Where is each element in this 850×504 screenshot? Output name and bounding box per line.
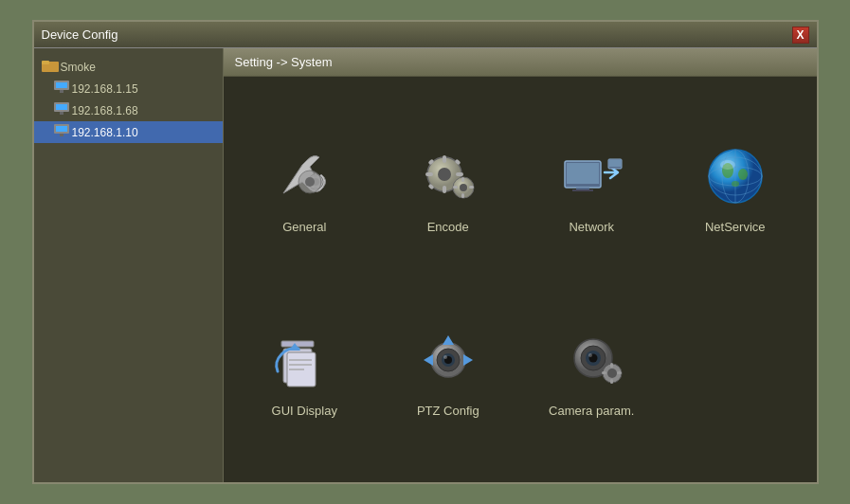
- device-icon: [53, 101, 72, 119]
- svg-point-14: [305, 177, 315, 187]
- breadcrumb-bar: Setting -> System: [224, 48, 817, 77]
- svg-rect-6: [56, 104, 67, 110]
- svg-rect-4: [60, 90, 63, 93]
- svg-rect-19: [425, 172, 433, 176]
- sidebar-item-ip3[interactable]: 192.168.1.10: [34, 121, 223, 143]
- grid-item-network[interactable]: Network: [548, 133, 635, 243]
- svg-rect-36: [609, 160, 621, 167]
- svg-rect-29: [453, 186, 458, 189]
- svg-point-45: [720, 160, 735, 170]
- dialog-body: Smoke 192.168.1.15 192.168.1.68 192.168.…: [34, 48, 817, 482]
- sidebar: Smoke 192.168.1.15 192.168.1.68 192.168.…: [34, 48, 224, 482]
- folder-icon: [42, 58, 61, 76]
- grid-item-label: General: [282, 220, 326, 234]
- grid-item-ptz-config[interactable]: PTZ Config: [405, 316, 492, 427]
- svg-rect-67: [617, 371, 622, 374]
- ptz-icon: [414, 326, 482, 394]
- grid-item-general[interactable]: General: [261, 133, 348, 243]
- wrench-gear-icon: [270, 142, 338, 210]
- grid-item-netservice[interactable]: NetService: [692, 133, 779, 243]
- device-icon: [53, 80, 72, 98]
- svg-rect-10: [60, 134, 63, 136]
- svg-rect-9: [56, 126, 67, 132]
- svg-rect-64: [610, 363, 613, 368]
- svg-rect-18: [443, 186, 446, 193]
- grid-item-label: Network: [569, 220, 614, 234]
- device-config-dialog: Device Config X Smoke 192.168.1.15 192.1…: [32, 20, 819, 484]
- svg-point-61: [588, 353, 592, 357]
- breadcrumb: Setting -> System: [235, 55, 333, 69]
- grid-item-label: Camera param.: [549, 404, 634, 418]
- icon-grid: General: [224, 77, 817, 482]
- grid-item-label: NetService: [705, 220, 766, 234]
- grid-item-label: Encode: [427, 220, 469, 234]
- svg-point-44: [732, 181, 739, 187]
- sidebar-item-ip2[interactable]: 192.168.1.68: [34, 99, 223, 121]
- sidebar-item-label: 192.168.1.15: [72, 82, 138, 96]
- close-button[interactable]: X: [792, 27, 809, 44]
- sidebar-item-smoke[interactable]: Smoke: [34, 56, 223, 78]
- svg-rect-17: [443, 155, 446, 163]
- svg-rect-3: [56, 82, 67, 88]
- svg-point-63: [607, 369, 617, 378]
- grid-item-label: GUI Display: [272, 404, 337, 418]
- content-area: Setting -> System General: [224, 48, 817, 482]
- camera-icon: [557, 326, 625, 394]
- svg-rect-66: [602, 371, 606, 374]
- grid-item-camera-param[interactable]: Camera param.: [539, 316, 643, 427]
- svg-rect-32: [567, 163, 599, 184]
- globe-icon: [701, 142, 769, 210]
- grid-item-label: PTZ Config: [417, 404, 479, 418]
- grid-item-gui-display[interactable]: GUI Display: [261, 316, 348, 427]
- grid-item-encode[interactable]: Encode: [405, 133, 492, 243]
- dialog-title: Device Config: [42, 27, 118, 42]
- sidebar-item-label: 192.168.1.10: [72, 126, 138, 139]
- network-icon: [557, 142, 625, 210]
- monitor-icon: [270, 326, 338, 394]
- sidebar-item-label: Smoke: [61, 61, 96, 74]
- svg-rect-34: [572, 189, 593, 191]
- svg-rect-30: [469, 186, 474, 189]
- svg-rect-65: [610, 379, 613, 384]
- svg-rect-28: [461, 193, 464, 198]
- svg-point-56: [443, 355, 447, 359]
- device-icon: [53, 123, 72, 141]
- svg-rect-48: [281, 341, 314, 347]
- svg-rect-1: [42, 61, 49, 64]
- svg-rect-20: [456, 172, 463, 176]
- title-bar: Device Config X: [34, 22, 817, 48]
- svg-rect-27: [461, 177, 464, 182]
- svg-point-43: [738, 169, 748, 180]
- sidebar-item-label: 192.168.1.68: [72, 104, 138, 117]
- svg-rect-7: [60, 112, 63, 115]
- sidebar-item-ip1[interactable]: 192.168.1.15: [34, 78, 223, 99]
- svg-point-26: [460, 184, 467, 191]
- gears-icon: [414, 142, 482, 210]
- svg-point-16: [438, 168, 451, 181]
